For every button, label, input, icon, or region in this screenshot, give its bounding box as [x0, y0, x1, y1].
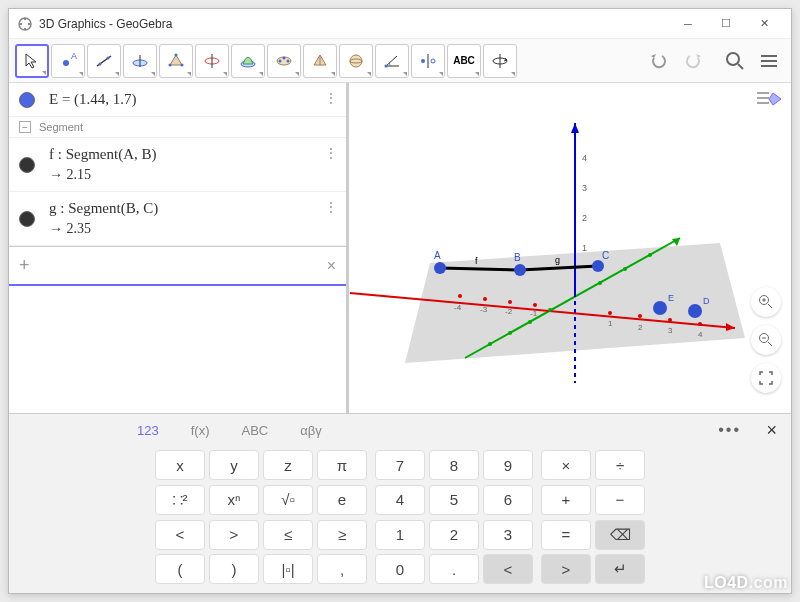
svg-text:g: g [555, 255, 560, 265]
plus-icon: + [19, 255, 30, 276]
svg-point-14 [181, 63, 184, 66]
3d-canvas[interactable]: 4321 -4-3-2-11234 fg A B C E D [349, 83, 791, 413]
key-8[interactable]: 8 [429, 450, 479, 480]
zoom-in-button[interactable] [751, 287, 781, 317]
tool-angle[interactable] [375, 44, 409, 78]
tool-polygon[interactable] [159, 44, 193, 78]
svg-text:C: C [602, 250, 609, 261]
clear-icon[interactable]: × [327, 257, 336, 275]
tool-sphere[interactable] [339, 44, 373, 78]
svg-point-25 [350, 55, 362, 67]
key-5[interactable]: 5 [429, 485, 479, 515]
tool-plane[interactable] [267, 44, 301, 78]
app-window: 3D Graphics - GeoGebra ─ ☐ ✕ A ABC E = (… [8, 8, 792, 594]
close-button[interactable]: ✕ [745, 10, 783, 38]
visibility-toggle[interactable] [19, 92, 35, 108]
svg-point-72 [623, 267, 627, 271]
key-2[interactable]: 2 [429, 520, 479, 550]
point-definition: E = (1.44, 1.7) [49, 91, 137, 108]
key-lparen[interactable]: ( [155, 554, 205, 584]
key-mult[interactable]: × [541, 450, 591, 480]
key-pi[interactable]: π [317, 450, 367, 480]
menu-button[interactable] [753, 45, 785, 77]
more-icon[interactable]: ⋮ [325, 200, 336, 214]
kb-more-button[interactable]: ••• [718, 421, 741, 439]
key-sqrt[interactable]: √▫ [263, 485, 313, 515]
key-7[interactable]: 7 [375, 450, 425, 480]
svg-point-51 [458, 294, 462, 298]
tool-line[interactable] [87, 44, 121, 78]
key-backspace[interactable]: ⌫ [595, 520, 645, 550]
key-6[interactable]: 6 [483, 485, 533, 515]
kb-tab-abc[interactable]: ABC [233, 419, 276, 442]
svg-point-52 [483, 297, 487, 301]
key-plus[interactable]: + [541, 485, 591, 515]
tool-text[interactable]: ABC [447, 44, 481, 78]
tool-point[interactable]: A [51, 44, 85, 78]
tool-reflect[interactable] [411, 44, 445, 78]
key-z[interactable]: z [263, 450, 313, 480]
search-button[interactable] [719, 45, 751, 77]
maximize-button[interactable]: ☐ [707, 10, 745, 38]
key-sq[interactable]: ⸬² [155, 485, 205, 515]
undo-button[interactable] [643, 45, 675, 77]
visibility-toggle[interactable] [19, 211, 35, 227]
view-settings-button[interactable] [753, 89, 783, 111]
key-1[interactable]: 1 [375, 520, 425, 550]
zoom-out-button[interactable] [751, 325, 781, 355]
key-lt[interactable]: < [155, 520, 205, 550]
tool-circle[interactable] [195, 44, 229, 78]
svg-text:2: 2 [582, 213, 587, 223]
key-le[interactable]: ≤ [263, 520, 313, 550]
content-area: E = (1.44, 1.7) ⋮ − Segment f : Segment(… [9, 83, 791, 413]
tool-perpendicular[interactable] [123, 44, 157, 78]
key-rparen[interactable]: ) [209, 554, 259, 584]
algebra-row-segment-f[interactable]: f : Segment(A, B) → 2.15 ⋮ [9, 138, 346, 192]
key-e[interactable]: e [317, 485, 367, 515]
key-eq[interactable]: = [541, 520, 591, 550]
key-4[interactable]: 4 [375, 485, 425, 515]
key-comma[interactable]: , [317, 554, 367, 584]
more-icon[interactable]: ⋮ [325, 91, 336, 105]
key-pow[interactable]: xⁿ [209, 485, 259, 515]
graphics-3d-view[interactable]: 4321 -4-3-2-11234 fg A B C E D [349, 83, 791, 413]
svg-text:-3: -3 [480, 305, 488, 314]
section-segment[interactable]: − Segment [9, 117, 346, 138]
key-x[interactable]: x [155, 450, 205, 480]
tool-intersect[interactable] [231, 44, 265, 78]
key-abs[interactable]: |▫| [263, 554, 313, 584]
key-enter[interactable]: ↵ [595, 554, 645, 584]
key-gt[interactable]: > [209, 520, 259, 550]
svg-text:E: E [668, 293, 674, 303]
kb-tab-greek[interactable]: αβγ [292, 419, 330, 442]
algebra-row-segment-g[interactable]: g : Segment(B, C) → 2.35 ⋮ [9, 192, 346, 246]
redo-button[interactable] [677, 45, 709, 77]
visibility-toggle[interactable] [19, 157, 35, 173]
key-9[interactable]: 9 [483, 450, 533, 480]
key-right[interactable]: > [541, 554, 591, 584]
svg-point-69 [528, 320, 532, 324]
kb-close-button[interactable]: × [766, 420, 777, 441]
key-3[interactable]: 3 [483, 520, 533, 550]
svg-point-15 [169, 63, 172, 66]
tool-rotate-view[interactable] [483, 44, 517, 78]
more-icon[interactable]: ⋮ [325, 146, 336, 160]
collapse-icon[interactable]: − [19, 121, 31, 133]
tool-pyramid[interactable] [303, 44, 337, 78]
fullscreen-button[interactable] [751, 363, 781, 393]
key-0[interactable]: 0 [375, 554, 425, 584]
svg-line-89 [768, 304, 772, 308]
algebra-input-row[interactable]: + × [9, 246, 346, 286]
minimize-button[interactable]: ─ [669, 10, 707, 38]
kb-tab-fx[interactable]: f(x) [183, 419, 218, 442]
svg-text:2: 2 [638, 323, 643, 332]
key-ge[interactable]: ≥ [317, 520, 367, 550]
key-minus[interactable]: − [595, 485, 645, 515]
kb-tab-123[interactable]: 123 [129, 419, 167, 442]
key-dot[interactable]: . [429, 554, 479, 584]
tool-move[interactable] [15, 44, 49, 78]
key-div[interactable]: ÷ [595, 450, 645, 480]
key-y[interactable]: y [209, 450, 259, 480]
algebra-row-point-E[interactable]: E = (1.44, 1.7) ⋮ [9, 83, 346, 117]
key-left[interactable]: < [483, 554, 533, 584]
